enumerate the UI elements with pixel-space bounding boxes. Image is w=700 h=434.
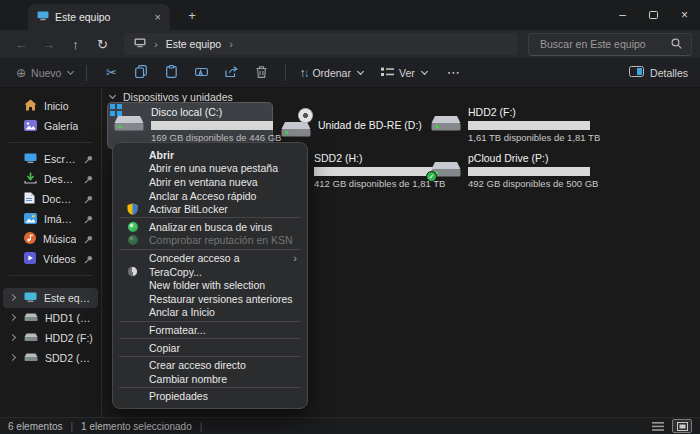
command-bar: ⊕ Nuevo ✂ ↑↓ Ordenar Ver ⋯ Detalles [0,58,700,88]
downloads-icon [24,172,37,186]
drive-tile-p[interactable]: ✓ pCloud Drive (P:) 492 GB disponibles d… [425,149,603,194]
menu-separator [119,387,301,388]
close-tab-icon[interactable]: × [155,12,161,23]
expand-chevron-icon[interactable] [9,294,16,301]
chevron-right-icon[interactable]: › [229,39,233,50]
sidebar-item-musica[interactable]: Música [3,229,98,249]
menu-item-abrir-nueva-pestana[interactable]: Abrir en una nueva pestaña [113,162,307,176]
menu-separator [119,356,301,357]
maximize-icon [649,11,658,19]
delete-button[interactable] [246,60,276,86]
menu-item-anclar-acceso-rapido[interactable]: Anclar a Acceso rápido [113,189,307,203]
sidebar-item-este-equipo[interactable]: Este equipo [3,288,98,308]
search-icon [671,35,682,53]
drive-tile-f[interactable]: HDD2 (F:) 1,61 TB disponibles de 1,81 TB [425,103,603,148]
gallery-icon [24,120,37,133]
menu-item-analizar-virus[interactable]: Analizar en busca de virus [113,220,307,234]
cut-button[interactable]: ✂ [96,60,126,86]
share-button[interactable] [216,60,246,86]
back-button[interactable]: ← [8,32,35,56]
thumbnail-view-button[interactable] [672,419,692,433]
explorer-tab[interactable]: Este equipo × [28,4,170,30]
submenu-arrow-icon: › [293,252,297,264]
breadcrumb-location[interactable]: Este equipo [166,38,221,50]
divider [9,142,92,143]
menu-item-abrir[interactable]: Abrir [113,148,307,162]
menu-item-copiar[interactable]: Copiar [113,341,307,355]
menu-item-activar-bitlocker[interactable]: Activar BitLocker [113,202,307,216]
new-button[interactable]: ⊕ Nuevo [12,60,77,86]
computer-icon [24,292,37,305]
menu-item-abrir-ventana-nueva[interactable]: Abrir en ventana nueva [113,175,307,189]
details-pane-button[interactable]: Detalles [629,66,688,79]
menu-separator [119,249,301,250]
capacity-bar [468,121,590,130]
expand-chevron-icon[interactable] [9,334,16,341]
menu-item-anclar-inicio[interactable]: Anclar a Inicio [113,306,307,320]
sidebar-item-imagenes[interactable]: Imágenes [3,209,98,229]
hard-drive-icon [429,109,463,133]
view-button[interactable]: Ver [377,60,431,86]
menu-item-comprobar-ksn: Comprobar reputación en KSN [113,234,307,248]
minimize-button[interactable]: – [607,0,638,30]
sync-check-icon: ✓ [426,171,437,182]
up-button[interactable]: ↑ [62,32,89,56]
sidebar-item-sdd2[interactable]: SDD2 (H:) [3,348,98,368]
menu-item-crear-acceso-directo[interactable]: Crear acceso directo [113,358,307,372]
menu-item-cambiar-nombre[interactable]: Cambiar nombre [113,372,307,386]
menu-item-propiedades[interactable]: Propiedades [113,390,307,404]
menu-item-new-folder-with-selection[interactable]: New folder with selection [113,278,307,292]
sidebar-item-galeria[interactable]: Galería [3,116,98,136]
drive-caption: 1,61 TB disponibles de 1,81 TB [468,132,600,144]
desktop-icon [24,153,37,166]
share-icon [225,64,238,82]
expand-chevron-icon[interactable] [9,354,16,361]
expand-chevron-icon[interactable] [9,314,16,321]
chevron-down-icon [421,67,428,74]
sort-icon: ↑↓ [299,66,307,80]
copy-button[interactable] [126,60,156,86]
menu-item-conceder-acceso[interactable]: Conceder acceso a › [113,251,307,265]
details-pane-icon [629,66,644,79]
titlebar: Este equipo × + – × [0,0,700,30]
sidebar-item-inicio[interactable]: Inicio [3,96,98,116]
refresh-button[interactable]: ↻ [89,32,116,56]
forward-button[interactable]: → [35,32,62,56]
kaspersky-icon [126,220,139,233]
more-options-button[interactable]: ⋯ [439,65,468,80]
tab-title: Este equipo [55,11,110,23]
view-icon [381,67,394,79]
maximize-button[interactable] [638,0,669,30]
menu-item-restaurar-versiones[interactable]: Restaurar versiones anteriores [113,292,307,306]
drive-label: HDD2 (F:) [468,106,600,119]
search-box[interactable] [528,33,692,56]
divider [285,65,286,81]
capacity-bar [468,167,590,176]
sidebar-item-hdd1[interactable]: HDD1 (G:) [3,308,98,328]
menu-item-teracopy[interactable]: TeraCopy... [113,265,307,279]
new-tab-button[interactable]: + [182,5,202,25]
divider [9,275,92,276]
paste-icon [166,64,177,82]
paste-button[interactable] [156,60,186,86]
menu-separator [119,321,301,322]
monitor-icon [37,11,49,23]
search-input[interactable] [538,37,665,51]
sidebar-item-documentos[interactable]: Documentos [3,189,98,209]
details-view-button[interactable] [648,419,668,433]
kaspersky-icon [126,234,139,247]
sidebar-item-hdd2[interactable]: HDD2 (F:) [3,328,98,348]
sidebar-item-descargas[interactable]: Descargas [3,169,98,189]
sort-button[interactable]: ↑↓ Ordenar [295,60,367,86]
section-header-devices[interactable]: Dispositivos y unidades [110,91,233,103]
sidebar-item-videos[interactable]: Vídeos [3,249,98,269]
navigation-pane: Inicio Galería Escritorio Descargas Docu… [0,88,102,417]
sidebar-item-escritorio[interactable]: Escritorio [3,149,98,169]
rename-button[interactable] [186,60,216,86]
status-bar: 6 elementos | 1 elemento seleccionado | [0,417,700,434]
plus-circle-icon: ⊕ [16,66,26,80]
close-button[interactable]: × [669,0,700,30]
videos-icon [24,252,36,266]
breadcrumb[interactable]: › Este equipo › [124,33,518,55]
menu-item-formatear[interactable]: Formatear... [113,323,307,337]
